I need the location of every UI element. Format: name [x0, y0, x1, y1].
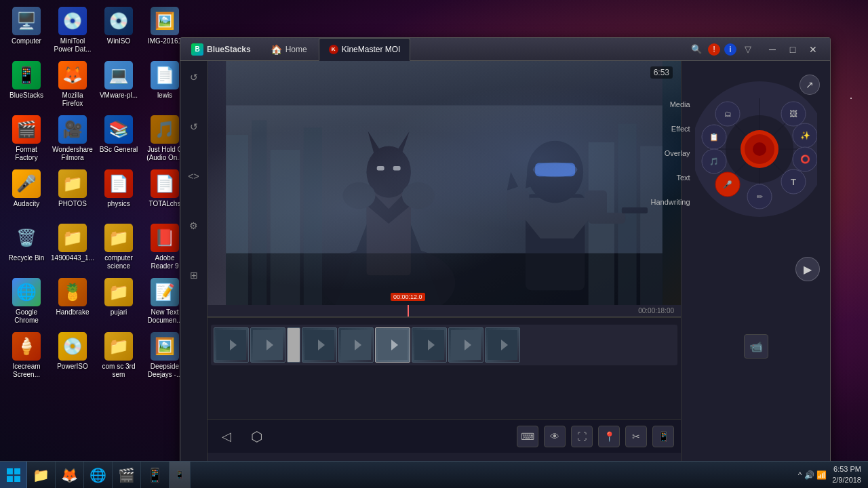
close-button[interactable]: ✕: [804, 42, 822, 57]
taskbar-active-app[interactable]: 📱: [170, 462, 191, 489]
svg-text:📋: 📋: [709, 132, 719, 142]
sidebar-layers-btn[interactable]: ⊞: [184, 266, 203, 285]
icon-14900443[interactable]: 📁 14900443_1...: [50, 220, 96, 273]
taskbar-firefox[interactable]: 🦊: [56, 462, 84, 489]
svg-rect-0: [226, 61, 663, 305]
icon-bluestacks[interactable]: 📱 BlueStacks: [3, 58, 50, 110]
search-tb-icon[interactable]: 🔍: [689, 42, 704, 57]
icon-label-14900443: 14900443_1...: [51, 254, 94, 262]
icon-label-filmora: Wondershare Filmora: [51, 146, 94, 162]
sidebar-share-btn[interactable]: <>: [184, 167, 203, 186]
info-tb-icon[interactable]: i: [724, 43, 736, 56]
icon-filmora[interactable]: 🎥 Wondershare Filmora: [50, 112, 96, 165]
icon-label-icecream: Icecream Screen...: [5, 363, 48, 379]
svg-text:⭕: ⭕: [800, 154, 810, 164]
clock-date: 2/9/2018: [832, 475, 861, 485]
icon-comsc3rd[interactable]: 📁 com sc 3rd sem: [96, 329, 142, 382]
km-extra-btn[interactable]: 📹: [744, 334, 768, 359]
start-button[interactable]: [0, 462, 27, 489]
icon-label-bsc: BSc General: [100, 146, 138, 154]
timeline-area: [208, 317, 681, 419]
icon-label-lewis: lewis: [157, 92, 172, 100]
icon-label-audacity: Audacity: [14, 200, 39, 208]
taskbar: 📁 🦊 🌐 🎬 📱 📱 ^ 🔊 📶 6:53 PM 2/9/2018: [0, 461, 868, 488]
svg-text:T: T: [791, 177, 796, 187]
clip-thumb-1[interactable]: [214, 327, 249, 363]
playhead-marker: 00:00:12.0: [391, 293, 425, 301]
icon-google-chrome[interactable]: 🌐 Google Chrome: [3, 274, 50, 327]
icon-format-factory[interactable]: 🎬 Format Factory: [3, 112, 50, 165]
taskbar-chrome[interactable]: 🌐: [84, 462, 113, 489]
svg-point-19: [402, 182, 435, 209]
icon-computer-science[interactable]: 📁 computer science: [96, 220, 142, 273]
sidebar-settings-btn[interactable]: ⚙: [184, 216, 203, 235]
play-button[interactable]: ▶: [795, 257, 820, 281]
tab-home[interactable]: 🏠 Home: [260, 38, 317, 61]
svg-marker-21: [526, 198, 589, 239]
icon-handbrake[interactable]: 🍍 Handbrake: [50, 274, 96, 327]
fullscreen-button[interactable]: ⛶: [571, 426, 593, 447]
minimize-button[interactable]: ─: [764, 42, 781, 57]
clip-thumb-5[interactable]: [375, 327, 410, 363]
svg-rect-77: [7, 468, 13, 474]
dropdown-tb-icon[interactable]: ▽: [741, 42, 755, 57]
taskbar-file-explorer[interactable]: 📁: [27, 462, 56, 489]
clip-thumb-8[interactable]: [485, 327, 520, 363]
icon-recycle-bin[interactable]: 🗑️ Recycle Bin: [3, 220, 50, 273]
cut-button[interactable]: ✂: [625, 426, 647, 447]
icon-vmware[interactable]: 💻 VMware-pl...: [96, 58, 142, 110]
clip-thumb-6[interactable]: [412, 327, 447, 363]
svg-rect-31: [622, 207, 648, 214]
icon-bsc[interactable]: 📚 BSc General: [96, 112, 142, 165]
sidebar-refresh-btn[interactable]: ↺: [184, 68, 203, 87]
svg-rect-16: [377, 166, 384, 171]
icon-photos[interactable]: 📁 PHOTOS: [50, 166, 96, 219]
svg-rect-20: [526, 194, 585, 290]
desktop: 🖥️ Computer 💿 MiniTool Power Dat... 💿 Wi…: [0, 0, 868, 488]
timeline-ruler: 00:00:12.0 00:00:18:00: [208, 305, 681, 317]
label-handwriting: Handwriting: [651, 198, 690, 206]
keyboard-button[interactable]: ⌨: [517, 426, 538, 447]
icon-label-computer: Computer: [12, 37, 41, 45]
notification-tb-icon[interactable]: !: [708, 43, 720, 56]
svg-rect-33: [226, 253, 663, 305]
clip-thumb-7[interactable]: [448, 327, 484, 363]
location-button[interactable]: 📍: [598, 426, 620, 447]
clip-thumb-2[interactable]: [250, 327, 285, 363]
tab-kinemaster[interactable]: K KineMaster MOI: [319, 38, 411, 61]
clip-thumb-4[interactable]: [338, 327, 374, 363]
svg-point-22: [527, 141, 583, 203]
svg-rect-79: [7, 476, 13, 482]
icon-pujari[interactable]: 📁 pujari: [96, 274, 142, 327]
taskbar-bluestacks[interactable]: 📱: [141, 462, 170, 489]
clip-thumb-3[interactable]: [302, 327, 337, 363]
svg-rect-32: [226, 61, 663, 305]
eye-button[interactable]: 👁: [544, 426, 566, 447]
svg-text:🎵: 🎵: [709, 157, 719, 166]
window-controls: ─ □ ✕: [764, 42, 825, 57]
icon-audacity[interactable]: 🎤 Audacity: [3, 166, 50, 219]
icon-label-computer-science: computer science: [97, 254, 140, 270]
total-time: 00:00:18:00: [638, 307, 674, 314]
icon-icecream[interactable]: 🍦 Icecream Screen...: [3, 329, 50, 382]
sidebar-back-btn[interactable]: ↺: [184, 117, 203, 136]
icon-physics[interactable]: 📄 physics: [96, 166, 142, 219]
icon-computer[interactable]: 🖥️ Computer: [3, 3, 50, 56]
back-nav-button[interactable]: ◁: [214, 424, 239, 449]
icon-poweriso[interactable]: 💿 PowerISO: [50, 329, 96, 382]
mobile-button[interactable]: 📱: [652, 426, 674, 447]
svg-rect-4: [271, 150, 300, 305]
icon-label-comsc3rd: com sc 3rd sem: [97, 363, 140, 379]
km-sidebar: ↺ ↺ <> ⚙ ⊞: [180, 61, 208, 477]
svg-rect-2: [226, 135, 248, 305]
icon-firefox[interactable]: 🦊 Mozilla Firefox: [50, 58, 96, 110]
taskbar-format-factory[interactable]: 🎬: [113, 462, 141, 489]
maximize-button[interactable]: □: [784, 42, 802, 57]
icon-winiso[interactable]: 💿 WinISO: [96, 3, 142, 56]
home-shape-button[interactable]: ⬡: [244, 424, 269, 449]
svg-point-13: [366, 146, 410, 197]
svg-rect-30: [589, 213, 626, 224]
icon-label-photos: PHOTOS: [58, 200, 87, 208]
icon-label-format-factory: Format Factory: [5, 146, 48, 162]
icon-minitool[interactable]: 💿 MiniTool Power Dat...: [50, 3, 96, 56]
